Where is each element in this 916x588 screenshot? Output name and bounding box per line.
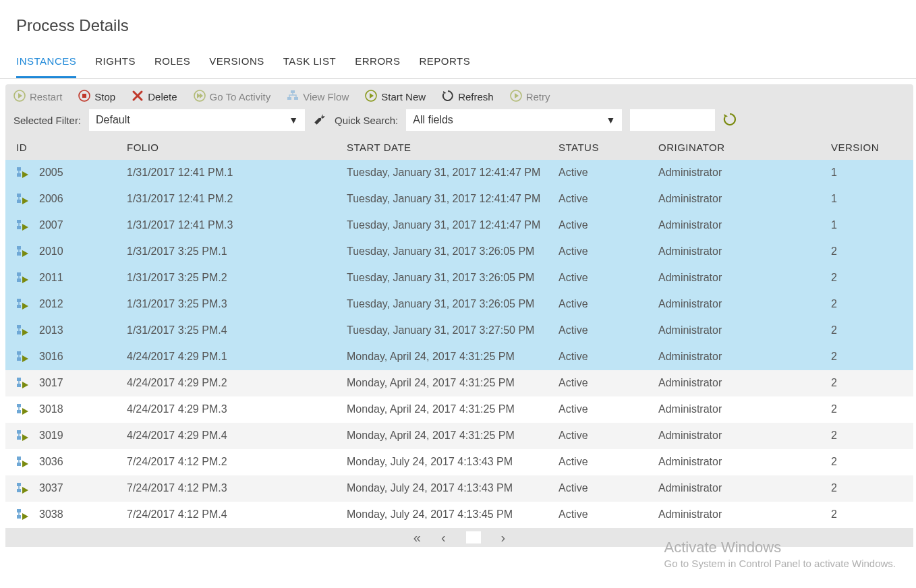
pager: « ‹ ›	[5, 528, 913, 547]
cell-start: Monday, April 24, 2017 4:31:25 PM	[347, 351, 559, 363]
delete-label: Delete	[148, 91, 177, 102]
cell-originator: Administrator	[658, 482, 831, 494]
cell-originator: Administrator	[658, 219, 831, 231]
col-orig[interactable]: ORIGINATOR	[658, 142, 831, 153]
cell-folio: 1/31/2017 12:41 PM.3	[127, 219, 347, 231]
cell-id: 2006	[39, 193, 63, 205]
cell-id: 3016	[39, 351, 63, 363]
table-row[interactable]: 20101/31/2017 3:25 PM.1Tuesday, January …	[5, 239, 913, 265]
filter-select[interactable]: Default ▼	[89, 109, 305, 131]
cell-start: Tuesday, January 31, 2017 3:27:50 PM	[347, 324, 559, 336]
page-title: Process Details	[0, 0, 916, 47]
search-input[interactable]	[630, 109, 715, 131]
table-row[interactable]: 20111/31/2017 3:25 PM.2Tuesday, January …	[5, 265, 913, 291]
cell-version: 1	[831, 193, 898, 205]
search-field-value: All fields	[413, 114, 453, 126]
cell-folio: 4/24/2017 4:29 PM.1	[127, 351, 347, 363]
cell-version: 2	[831, 324, 898, 336]
cell-originator: Administrator	[658, 508, 831, 521]
search-refresh-icon[interactable]	[723, 113, 737, 128]
stop-icon	[78, 90, 90, 104]
wrench-icon[interactable]	[313, 113, 326, 128]
cell-version: 1	[831, 167, 898, 179]
cell-status: Active	[559, 298, 658, 310]
toolbar: Restart Stop Delete Go To Activity View …	[5, 84, 913, 135]
table-row[interactable]: 20131/31/2017 3:25 PM.4Tuesday, January …	[5, 318, 913, 344]
process-instance-icon	[16, 508, 30, 521]
table-row[interactable]: 30194/24/2017 4:29 PM.4Monday, April 24,…	[5, 423, 913, 449]
pager-next-icon[interactable]: ›	[501, 530, 506, 546]
cell-start: Monday, July 24, 2017 4:13:43 PM	[347, 482, 559, 494]
tab-task-list[interactable]: TASK LIST	[283, 47, 336, 78]
table-row[interactable]: 30387/24/2017 4:12 PM.4Monday, July 24, …	[5, 502, 913, 528]
cell-originator: Administrator	[658, 298, 831, 310]
search-field-select[interactable]: All fields ▼	[406, 109, 622, 131]
restart-button[interactable]: Restart	[13, 90, 62, 104]
stop-button[interactable]: Stop	[78, 90, 115, 104]
col-status[interactable]: STATUS	[559, 142, 658, 153]
tab-errors[interactable]: ERRORS	[355, 47, 400, 78]
goto-activity-button[interactable]: Go To Activity	[194, 90, 271, 104]
cell-status: Active	[559, 324, 658, 336]
stop-label: Stop	[94, 91, 115, 102]
process-instance-icon	[16, 403, 30, 415]
view-flow-button[interactable]: View Flow	[287, 90, 349, 104]
cell-id: 3038	[39, 508, 63, 521]
cell-id: 2007	[39, 219, 63, 231]
col-start[interactable]: START DATE	[347, 142, 559, 153]
table-row[interactable]: 30184/24/2017 4:29 PM.3Monday, April 24,…	[5, 396, 913, 423]
cell-version: 2	[831, 456, 898, 468]
table-row[interactable]: 30377/24/2017 4:12 PM.3Monday, July 24, …	[5, 475, 913, 502]
process-instance-icon	[16, 245, 30, 258]
process-instance-icon	[16, 193, 30, 205]
cell-id: 2013	[39, 324, 63, 336]
cell-status: Active	[559, 482, 658, 494]
chevron-down-icon: ▼	[606, 115, 615, 125]
tab-versions[interactable]: VERSIONS	[209, 47, 264, 78]
search-label: Quick Search:	[335, 115, 398, 126]
cell-id: 3018	[39, 403, 63, 415]
cell-start: Tuesday, January 31, 2017 3:26:05 PM	[347, 272, 559, 284]
pager-page-input[interactable]	[466, 531, 481, 543]
cell-folio: 7/24/2017 4:12 PM.3	[127, 482, 347, 494]
cell-id: 3019	[39, 430, 63, 442]
restart-label: Restart	[30, 91, 62, 102]
cell-status: Active	[559, 219, 658, 231]
cell-status: Active	[559, 430, 658, 442]
tab-reports[interactable]: REPORTS	[419, 47, 470, 78]
col-ver[interactable]: VERSION	[831, 142, 898, 153]
table-row[interactable]: 30164/24/2017 4:29 PM.1Monday, April 24,…	[5, 344, 913, 370]
tab-roles[interactable]: ROLES	[154, 47, 190, 78]
table-row[interactable]: 20051/31/2017 12:41 PM.1Tuesday, January…	[5, 160, 913, 186]
tab-rights[interactable]: RIGHTS	[95, 47, 136, 78]
retry-button[interactable]: Retry	[510, 90, 550, 104]
cell-folio: 1/31/2017 3:25 PM.4	[127, 324, 347, 336]
play-icon	[13, 90, 26, 104]
refresh-button[interactable]: Refresh	[442, 90, 494, 104]
table-body: 20051/31/2017 12:41 PM.1Tuesday, January…	[5, 160, 913, 528]
cell-id: 2012	[39, 298, 63, 310]
cell-originator: Administrator	[658, 193, 831, 205]
table-row[interactable]: 20121/31/2017 3:25 PM.3Tuesday, January …	[5, 291, 913, 318]
table-row[interactable]: 30367/24/2017 4:12 PM.2Monday, July 24, …	[5, 449, 913, 475]
filter-label: Selected Filter:	[13, 115, 81, 126]
table-row[interactable]: 20071/31/2017 12:41 PM.3Tuesday, January…	[5, 212, 913, 239]
cell-start: Tuesday, January 31, 2017 12:41:47 PM	[347, 219, 559, 231]
process-instance-icon	[16, 298, 30, 310]
cell-id: 2011	[39, 272, 63, 284]
cell-folio: 7/24/2017 4:12 PM.2	[127, 456, 347, 468]
table-row[interactable]: 20061/31/2017 12:41 PM.2Tuesday, January…	[5, 186, 913, 212]
pager-first-icon[interactable]: «	[413, 530, 421, 546]
col-id[interactable]: ID	[16, 142, 127, 153]
col-folio[interactable]: FOLIO	[127, 142, 347, 153]
cell-status: Active	[559, 403, 658, 415]
delete-button[interactable]: Delete	[132, 90, 177, 104]
start-new-button[interactable]: Start New	[365, 90, 426, 104]
cell-folio: 1/31/2017 3:25 PM.1	[127, 245, 347, 258]
table-row[interactable]: 30174/24/2017 4:29 PM.2Monday, April 24,…	[5, 370, 913, 396]
tab-instances[interactable]: INSTANCES	[16, 47, 76, 78]
viewflow-label: View Flow	[303, 91, 349, 102]
pager-prev-icon[interactable]: ‹	[441, 530, 446, 546]
cell-version: 2	[831, 377, 898, 389]
process-instance-icon	[16, 377, 30, 389]
